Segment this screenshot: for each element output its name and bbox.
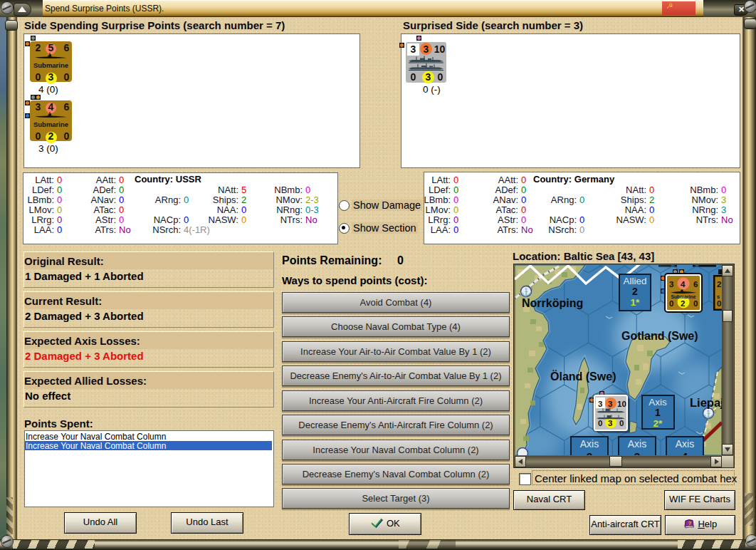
svg-text:0: 0 bbox=[693, 299, 698, 308]
svg-text:Axis: Axis bbox=[580, 438, 599, 450]
svg-text:Allied: Allied bbox=[623, 276, 646, 286]
svg-text:6: 6 bbox=[693, 280, 698, 289]
svg-text:Axis: Axis bbox=[628, 438, 646, 450]
svg-text:4: 4 bbox=[682, 450, 688, 455]
svg-text:3: 3 bbox=[669, 280, 673, 289]
svg-text:2: 2 bbox=[632, 286, 638, 297]
svg-text:2: 2 bbox=[587, 450, 592, 455]
svg-text:Axis: Axis bbox=[676, 438, 694, 450]
svg-text:⚓: ⚓ bbox=[703, 409, 713, 419]
svg-text:3: 3 bbox=[598, 400, 602, 408]
svg-text:Gotland (Swe): Gotland (Swe) bbox=[621, 330, 698, 342]
svg-text:?: ? bbox=[688, 520, 691, 526]
svg-text:0: 0 bbox=[717, 299, 721, 308]
svg-text:Norrköping: Norrköping bbox=[522, 297, 583, 309]
svg-text:3: 3 bbox=[608, 400, 612, 408]
svg-text:Liepaja: Liepaja bbox=[690, 396, 722, 409]
svg-text:2: 2 bbox=[681, 299, 685, 308]
svg-text:3: 3 bbox=[608, 419, 612, 427]
svg-text:2*: 2* bbox=[653, 418, 663, 429]
svg-text:2: 2 bbox=[717, 280, 721, 289]
svg-text:1: 1 bbox=[655, 407, 661, 418]
svg-text:⚓: ⚓ bbox=[521, 287, 531, 297]
svg-text:4: 4 bbox=[681, 280, 686, 289]
svg-text:0: 0 bbox=[619, 419, 624, 427]
svg-text:Axis: Axis bbox=[649, 397, 667, 408]
svg-text:3: 3 bbox=[634, 450, 640, 455]
svg-text:0: 0 bbox=[669, 299, 673, 308]
svg-text:0: 0 bbox=[598, 419, 602, 427]
svg-text:1*: 1* bbox=[631, 297, 641, 308]
svg-text:Öland (Swe): Öland (Swe) bbox=[550, 370, 616, 383]
svg-text:Submarine: Submarine bbox=[671, 294, 695, 299]
svg-text:10: 10 bbox=[617, 400, 626, 408]
